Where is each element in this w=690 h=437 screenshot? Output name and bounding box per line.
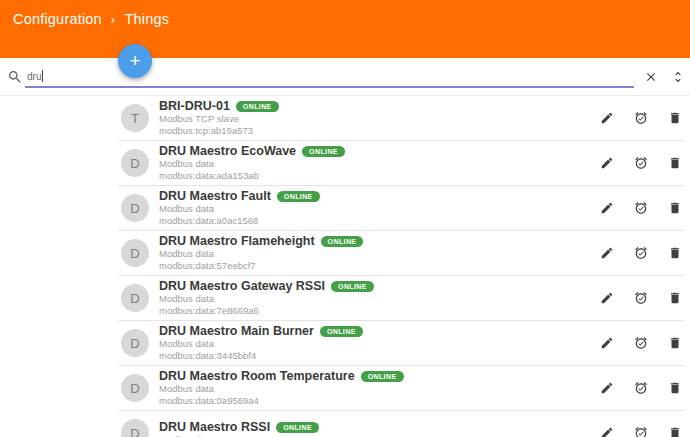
pencil-icon (600, 336, 614, 350)
thing-row: D DRU Maestro RSSI ONLINE Modbus data (0, 411, 690, 437)
thing-row: D DRU Maestro EcoWave ONLINE Modbus data… (0, 141, 690, 186)
thing-row-content[interactable]: D DRU Maestro Flameheight ONLINE Modbus … (118, 231, 684, 276)
status-badge: ONLINE (302, 146, 345, 157)
breadcrumb-things: Things (124, 11, 169, 27)
search-input[interactable]: dru (25, 66, 634, 88)
sort-button[interactable] (671, 70, 685, 84)
schedule-thing-button[interactable] (634, 381, 648, 395)
trash-icon (668, 426, 682, 437)
thing-type: Modbus data (159, 203, 600, 215)
schedule-thing-button[interactable] (634, 246, 648, 260)
alarm-icon (634, 111, 648, 125)
thing-row-content[interactable]: D DRU Maestro EcoWave ONLINE Modbus data… (118, 141, 684, 186)
edit-thing-button[interactable] (600, 291, 614, 305)
thing-uid: modbus:data:57eebcf7 (159, 260, 600, 272)
row-actions (600, 111, 682, 125)
avatar: D (121, 194, 149, 222)
thing-info: DRU Maestro Room Temperature ONLINE Modb… (159, 369, 600, 407)
alarm-icon (634, 426, 648, 437)
thing-info: DRU Maestro RSSI ONLINE Modbus data (159, 420, 600, 437)
avatar: D (121, 239, 149, 267)
trash-icon (668, 291, 682, 305)
status-badge: ONLINE (361, 371, 404, 382)
thing-row-content[interactable]: T BRI-DRU-01 ONLINE Modbus TCP slave mod… (118, 96, 684, 141)
breadcrumb-configuration[interactable]: Configuration (13, 11, 102, 27)
thing-row: D DRU Maestro Gateway RSSI ONLINE Modbus… (0, 276, 690, 321)
thing-title: DRU Maestro Room Temperature (159, 369, 355, 383)
thing-uid: modbus:data:3445bbf4 (159, 350, 600, 362)
delete-thing-button[interactable] (668, 156, 682, 170)
schedule-thing-button[interactable] (634, 156, 648, 170)
pencil-icon (600, 291, 614, 305)
breadcrumb-separator: › (111, 12, 116, 27)
thing-uid: modbus:data:0a9569a4 (159, 395, 600, 407)
delete-thing-button[interactable] (668, 291, 682, 305)
row-actions (600, 381, 682, 395)
thing-row-content[interactable]: D DRU Maestro Gateway RSSI ONLINE Modbus… (118, 276, 684, 321)
plus-icon: + (129, 50, 140, 72)
avatar: D (121, 284, 149, 312)
alarm-icon (634, 291, 648, 305)
status-badge: ONLINE (320, 326, 363, 337)
thing-title: DRU Maestro Gateway RSSI (159, 279, 325, 293)
thing-type: Modbus TCP slave (159, 113, 600, 125)
edit-thing-button[interactable] (600, 156, 614, 170)
thing-title: DRU Maestro RSSI (159, 420, 270, 434)
trash-icon (668, 381, 682, 395)
edit-thing-button[interactable] (600, 381, 614, 395)
thing-row: D DRU Maestro Fault ONLINE Modbus data m… (0, 186, 690, 231)
edit-thing-button[interactable] (600, 201, 614, 215)
edit-thing-button[interactable] (600, 111, 614, 125)
thing-info: BRI-DRU-01 ONLINE Modbus TCP slave modbu… (159, 99, 600, 137)
thing-row: D DRU Maestro Flameheight ONLINE Modbus … (0, 231, 690, 276)
edit-thing-button[interactable] (600, 336, 614, 350)
search-input-value: dru (25, 71, 41, 82)
thing-type: Modbus data (159, 293, 600, 305)
thing-type: Modbus data (159, 383, 600, 395)
status-badge: ONLINE (276, 422, 319, 433)
delete-thing-button[interactable] (668, 246, 682, 260)
thing-type: Modbus data (159, 158, 600, 170)
thing-row-content[interactable]: D DRU Maestro Fault ONLINE Modbus data m… (118, 186, 684, 231)
edit-thing-button[interactable] (600, 426, 614, 437)
thing-title: BRI-DRU-01 (159, 99, 230, 113)
thing-type: Modbus data (159, 338, 600, 350)
status-badge: ONLINE (236, 101, 279, 112)
row-actions (600, 336, 682, 350)
clear-search-button[interactable] (644, 70, 658, 84)
edit-thing-button[interactable] (600, 246, 614, 260)
status-badge: ONLINE (277, 191, 320, 202)
delete-thing-button[interactable] (668, 426, 682, 437)
thing-row-content[interactable]: D DRU Maestro Room Temperature ONLINE Mo… (118, 366, 684, 411)
delete-thing-button[interactable] (668, 336, 682, 350)
schedule-thing-button[interactable] (634, 201, 648, 215)
thing-row-content[interactable]: D DRU Maestro Main Burner ONLINE Modbus … (118, 321, 684, 366)
add-thing-button[interactable]: + (118, 44, 152, 78)
schedule-thing-button[interactable] (634, 426, 648, 437)
schedule-thing-button[interactable] (634, 111, 648, 125)
thing-row-content[interactable]: D DRU Maestro RSSI ONLINE Modbus data (118, 411, 684, 437)
status-badge: ONLINE (331, 281, 374, 292)
delete-thing-button[interactable] (668, 381, 682, 395)
schedule-thing-button[interactable] (634, 336, 648, 350)
breadcrumb: Configuration › Things (13, 11, 169, 27)
avatar: D (121, 419, 149, 437)
thing-uid: modbus:data:7e8669a6 (159, 305, 600, 317)
delete-thing-button[interactable] (668, 111, 682, 125)
row-actions (600, 426, 682, 437)
thing-info: DRU Maestro Main Burner ONLINE Modbus da… (159, 324, 600, 362)
alarm-icon (634, 156, 648, 170)
pencil-icon (600, 111, 614, 125)
schedule-thing-button[interactable] (634, 291, 648, 305)
app-header: Configuration › Things (0, 0, 690, 58)
status-badge: ONLINE (321, 236, 364, 247)
thing-title: DRU Maestro Fault (159, 189, 271, 203)
thing-row: D DRU Maestro Main Burner ONLINE Modbus … (0, 321, 690, 366)
avatar: D (121, 149, 149, 177)
trash-icon (668, 111, 682, 125)
thing-title: DRU Maestro Flameheight (159, 234, 315, 248)
delete-thing-button[interactable] (668, 201, 682, 215)
alarm-icon (634, 336, 648, 350)
alarm-icon (634, 246, 648, 260)
text-caret (42, 70, 43, 82)
